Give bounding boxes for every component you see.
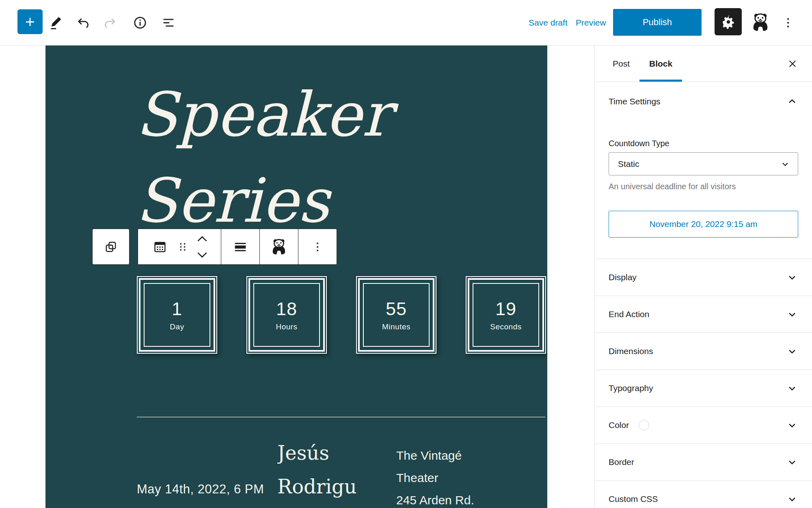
- save-draft-button[interactable]: Save draft: [529, 0, 568, 45]
- venue-line2: Theater: [396, 467, 474, 489]
- drag-handle[interactable]: [174, 231, 192, 263]
- poster-divider: [137, 417, 545, 417]
- kebab-icon: [781, 15, 795, 30]
- speaker-name-line2: Rodrigu: [277, 470, 383, 504]
- panel-title: Typography: [609, 383, 653, 393]
- countdown-label: Minutes: [382, 323, 410, 331]
- panel-title: Border: [609, 457, 634, 467]
- countdown-value: 1: [172, 300, 182, 318]
- tools-button[interactable]: [45, 12, 67, 34]
- countdown-unit-minutes[interactable]: 55 Minutes: [356, 276, 436, 354]
- block-movers: [193, 231, 211, 263]
- panel-title: Display: [609, 272, 637, 282]
- chevron-down-icon: [786, 456, 798, 468]
- panel-color[interactable]: Color: [595, 406, 812, 443]
- countdown-block: 1 Day 18 Hours 55 Minutes 19 Secon: [137, 276, 546, 354]
- settings-toggle-button[interactable]: [715, 8, 742, 35]
- redo-button-disabled[interactable]: [99, 12, 121, 34]
- move-up-button[interactable]: [193, 231, 211, 246]
- speaker-name-text[interactable]: Jesús Rodrigu: [277, 436, 383, 504]
- countdown-label: Day: [170, 323, 184, 331]
- chevron-down-icon: [786, 345, 798, 357]
- move-down-button[interactable]: [193, 247, 211, 263]
- deadline-date-button[interactable]: November 20, 2022 9:15 am: [609, 211, 798, 238]
- calendar-icon: [152, 239, 168, 255]
- panel-title: Color: [609, 420, 629, 430]
- color-indicator-swatch: [639, 420, 649, 430]
- publish-button[interactable]: Publish: [613, 9, 702, 36]
- alignment-button[interactable]: [228, 231, 253, 263]
- countdown-value: 18: [276, 300, 297, 318]
- sidebar-tabs: Post Block: [595, 45, 812, 82]
- block-toolbar-main: [138, 229, 337, 265]
- poster-title-line1: Speaker: [136, 71, 391, 158]
- gear-icon: [720, 14, 736, 30]
- panda-icon: [270, 238, 288, 256]
- countdown-unit-hours[interactable]: 18 Hours: [246, 276, 327, 354]
- plugin-mascot-avatar[interactable]: [749, 11, 772, 34]
- countdown-label: Seconds: [490, 323, 521, 331]
- editor-canvas: Speaker Series: [45, 45, 547, 508]
- panel-title: End Action: [609, 309, 649, 319]
- panel-display[interactable]: Display: [595, 259, 812, 296]
- close-icon: [786, 58, 799, 70]
- panel-dimensions[interactable]: Dimensions: [595, 333, 812, 370]
- block-inserter-button[interactable]: [17, 9, 43, 34]
- countdown-type-label: Countdown Type: [609, 139, 798, 148]
- redo-icon: [102, 15, 118, 30]
- block-toolbar: [92, 229, 337, 265]
- chevron-down-icon: [786, 382, 798, 394]
- tab-block[interactable]: Block: [639, 45, 682, 82]
- pencil-icon: [48, 15, 65, 31]
- select-parent-block-button[interactable]: [92, 229, 130, 265]
- tab-post[interactable]: Post: [603, 45, 639, 82]
- countdown-unit-seconds[interactable]: 19 Seconds: [466, 276, 546, 354]
- panel-border[interactable]: Border: [595, 443, 812, 480]
- plugin-panda-button[interactable]: [267, 231, 291, 263]
- speaker-name-line1: Jesús: [277, 436, 383, 470]
- poster-title[interactable]: Speaker Series: [136, 71, 391, 244]
- panel-custom-css[interactable]: Custom CSS: [595, 480, 812, 508]
- preview-button[interactable]: Preview: [576, 0, 606, 45]
- list-view-button[interactable]: [158, 12, 179, 34]
- countdown-unit-day[interactable]: 1 Day: [137, 276, 217, 354]
- undo-icon: [76, 15, 91, 30]
- time-settings-header[interactable]: Time Settings: [595, 82, 812, 121]
- block-options-button[interactable]: [305, 231, 330, 263]
- toolbar-group-plugin: [259, 229, 298, 264]
- venue-text[interactable]: The Vintagé Theater 245 Arden Rd.: [396, 444, 474, 508]
- align-bars-icon: [232, 239, 248, 255]
- panda-icon: [750, 12, 771, 33]
- overlapping-squares-icon: [104, 240, 118, 254]
- chevron-down-icon: [786, 493, 798, 505]
- kebab-icon: [311, 240, 324, 254]
- block-editor: Save draft Preview Publish: [0, 0, 812, 508]
- time-settings-panel: Time Settings Countdown Type Static An u…: [595, 82, 812, 259]
- countdown-label: Hours: [276, 323, 297, 331]
- settings-sidebar: Post Block Time Settings Countdown Type …: [594, 45, 812, 508]
- countdown-type-select[interactable]: Static: [609, 152, 798, 175]
- editor-top-bar: Save draft Preview Publish: [0, 0, 812, 45]
- block-type-button[interactable]: [148, 231, 172, 263]
- event-date-text[interactable]: May 14th, 2022, 6 PM: [137, 482, 264, 497]
- toolbar-group-block: [138, 229, 221, 264]
- list-view-icon: [161, 15, 176, 30]
- countdown-type-value: Static: [618, 159, 639, 169]
- panel-title: Custom CSS: [609, 494, 658, 504]
- chevron-up-icon: [195, 235, 209, 243]
- chevron-down-icon: [786, 271, 798, 283]
- chevron-down-icon: [786, 308, 798, 320]
- options-menu-button[interactable]: [777, 12, 799, 34]
- toolbar-group-options: [298, 229, 337, 264]
- panel-title: Dimensions: [609, 346, 653, 356]
- panel-typography[interactable]: Typography: [595, 370, 812, 406]
- chevron-down-icon: [195, 251, 209, 259]
- countdown-type-helper-text: An universal deadline for all visitors: [609, 182, 798, 191]
- drag-dots-icon: [177, 241, 189, 253]
- undo-button[interactable]: [72, 12, 94, 34]
- countdown-value: 19: [495, 300, 516, 318]
- details-button[interactable]: [129, 12, 151, 34]
- panel-end-action[interactable]: End Action: [595, 296, 812, 333]
- time-settings-body: Countdown Type Static An universal deadl…: [595, 139, 812, 238]
- close-sidebar-button[interactable]: [783, 54, 802, 73]
